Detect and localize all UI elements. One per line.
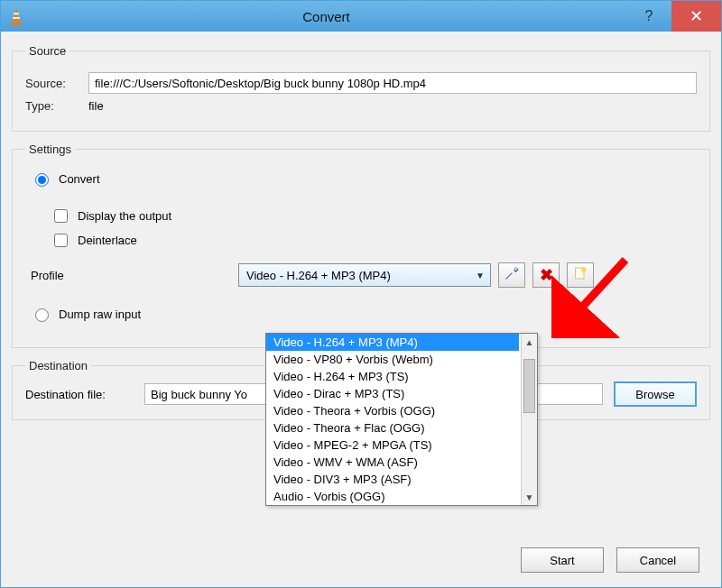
svg-marker-0 <box>13 8 19 23</box>
scrollbar-thumb[interactable] <box>523 359 535 413</box>
svg-point-6 <box>581 267 586 271</box>
profile-option[interactable]: Video - MPEG-2 + MPGA (TS) <box>266 436 519 454</box>
scroll-up-icon[interactable]: ▲ <box>522 334 537 350</box>
wrench-icon <box>504 265 520 285</box>
type-label: Type: <box>25 99 88 113</box>
svg-rect-1 <box>14 13 19 14</box>
browse-button[interactable]: Browse <box>614 381 697 407</box>
new-document-icon <box>573 266 588 284</box>
convert-radio-input[interactable] <box>35 173 49 187</box>
type-value: file <box>88 99 104 113</box>
source-legend: Source <box>25 44 69 58</box>
edit-profile-button[interactable] <box>498 262 525 288</box>
type-row: Type: file <box>25 99 697 113</box>
profile-option[interactable]: Video - Dirac + MP3 (TS) <box>266 385 519 402</box>
deinterlace-label: Deinterlace <box>78 234 137 247</box>
display-output-checkbox[interactable]: Display the output <box>51 207 697 225</box>
profile-label: Profile <box>31 269 238 282</box>
window-controls: ? ✕ <box>626 1 721 32</box>
profile-option[interactable]: Video - VP80 + Vorbis (Webm) <box>266 351 519 368</box>
dialog-buttons: Start Cancel <box>521 547 699 573</box>
profile-selected-text: Video - H.264 + MP3 (MP4) <box>246 269 391 282</box>
titlebar: Convert ? ✕ <box>1 1 721 32</box>
scroll-down-icon[interactable]: ▼ <box>522 489 537 505</box>
svg-point-4 <box>514 268 517 271</box>
browse-button-label: Browse <box>635 388 674 401</box>
source-input[interactable] <box>88 72 697 94</box>
chevron-down-icon: ▼ <box>476 271 485 280</box>
convert-radio-label: Convert <box>59 172 100 186</box>
vlc-cone-icon <box>6 6 26 26</box>
deinterlace-checkbox[interactable]: Deinterlace <box>51 231 697 250</box>
start-button-label: Start <box>550 554 574 567</box>
close-button[interactable]: ✕ <box>671 1 721 32</box>
profile-option[interactable]: Video - Theora + Flac (OGG) <box>266 419 519 436</box>
delete-profile-button[interactable]: ✖ <box>532 262 560 288</box>
scrollbar-track[interactable] <box>522 350 537 489</box>
convert-radio[interactable]: Convert <box>31 170 697 187</box>
profile-option[interactable]: Video - Theora + Vorbis (OGG) <box>266 402 519 419</box>
profile-combobox[interactable]: Video - H.264 + MP3 (MP4) ▼ <box>238 263 491 287</box>
settings-group: Settings Convert Display the output Dein… <box>12 142 710 348</box>
cancel-button-label: Cancel <box>640 554 676 567</box>
profile-option[interactable]: Video - H.264 + MP3 (MP4) <box>266 334 519 351</box>
window-title: Convert <box>26 9 626 24</box>
profile-dropdown-items: Video - H.264 + MP3 (MP4)Video - VP80 + … <box>266 334 537 505</box>
deinterlace-input[interactable] <box>54 234 68 247</box>
help-button[interactable]: ? <box>626 1 671 32</box>
convert-window: Convert ? ✕ Source Source: Type: file Se… <box>0 0 722 588</box>
profile-option[interactable]: Video - WMV + WMA (ASF) <box>266 454 519 471</box>
profile-option[interactable]: Video - DIV3 + MP3 (ASF) <box>266 471 519 488</box>
source-group: Source Source: Type: file <box>12 44 710 132</box>
dump-raw-label: Dump raw input <box>59 308 141 321</box>
dropdown-scrollbar[interactable]: ▲ ▼ <box>521 334 537 505</box>
start-button[interactable]: Start <box>521 547 604 573</box>
dump-raw-radio-input[interactable] <box>35 308 49 322</box>
destination-legend: Destination <box>25 359 91 372</box>
new-profile-button[interactable] <box>567 262 594 288</box>
client-area: Source Source: Type: file Settings Conve… <box>1 32 721 587</box>
svg-rect-2 <box>13 17 19 19</box>
delete-x-icon: ✖ <box>540 265 553 285</box>
profile-row: Profile Video - H.264 + MP3 (MP4) ▼ ✖ <box>31 262 697 288</box>
settings-legend: Settings <box>25 142 75 156</box>
destination-file-label: Destination file: <box>25 388 134 401</box>
svg-rect-3 <box>11 23 23 24</box>
display-output-input[interactable] <box>54 209 68 223</box>
profile-option[interactable]: Video - H.264 + MP3 (TS) <box>266 368 519 385</box>
profile-dropdown-list[interactable]: Video - H.264 + MP3 (MP4)Video - VP80 + … <box>265 333 538 506</box>
dump-raw-radio[interactable]: Dump raw input <box>31 306 697 322</box>
source-row: Source: <box>25 72 697 94</box>
display-output-label: Display the output <box>78 209 171 223</box>
profile-option[interactable]: Audio - Vorbis (OGG) <box>266 488 519 505</box>
source-label: Source: <box>25 77 88 90</box>
cancel-button[interactable]: Cancel <box>616 547 699 573</box>
